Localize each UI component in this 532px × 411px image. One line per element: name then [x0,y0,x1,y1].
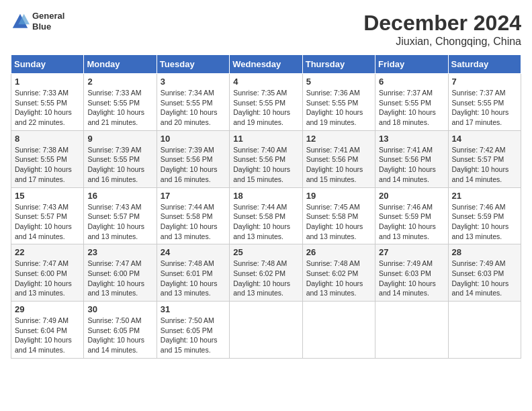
day-number: 4 [233,77,298,87]
calendar-cell: 25 Sunrise: 7:48 AMSunset: 6:02 PMDaylig… [230,244,302,302]
day-info: Sunrise: 7:48 AMSunset: 6:02 PMDaylight:… [306,259,371,298]
day-info: Sunrise: 7:48 AMSunset: 6:02 PMDaylight:… [233,259,298,298]
calendar-row: 15 Sunrise: 7:43 AMSunset: 5:57 PMDaylig… [11,187,521,244]
day-info: Sunrise: 7:50 AMSunset: 6:05 PMDaylight:… [87,316,152,355]
day-number: 8 [15,134,80,144]
logo-icon [11,12,30,31]
logo-line1: General [32,11,64,21]
day-number: 10 [161,134,226,144]
col-thursday: Thursday [302,55,375,74]
day-number: 20 [379,191,444,201]
day-info: Sunrise: 7:46 AMSunset: 5:59 PMDaylight:… [452,202,517,242]
calendar-cell: 11 Sunrise: 7:40 AMSunset: 5:56 PMDaylig… [230,130,302,187]
calendar-cell: 12 Sunrise: 7:41 AMSunset: 5:56 PMDaylig… [302,130,375,187]
day-info: Sunrise: 7:47 AMSunset: 6:00 PMDaylight:… [87,259,152,298]
day-number: 18 [233,191,298,201]
day-number: 15 [15,191,80,201]
calendar-cell: 24 Sunrise: 7:48 AMSunset: 6:01 PMDaylig… [157,244,229,302]
day-info: Sunrise: 7:33 AMSunset: 5:55 PMDaylight:… [87,88,152,128]
calendar-cell: 14 Sunrise: 7:42 AMSunset: 5:57 PMDaylig… [448,130,521,187]
day-number: 30 [87,304,152,314]
day-number: 28 [452,247,517,257]
month-title: December 2024 [363,11,521,36]
day-number: 22 [15,247,80,257]
day-info: Sunrise: 7:34 AMSunset: 5:55 PMDaylight:… [161,88,226,128]
day-number: 1 [15,77,80,87]
calendar-cell: 23 Sunrise: 7:47 AMSunset: 6:00 PMDaylig… [84,244,157,302]
day-info: Sunrise: 7:33 AMSunset: 5:55 PMDaylight:… [15,88,80,128]
calendar-cell: 29 Sunrise: 7:49 AMSunset: 6:04 PMDaylig… [11,302,84,359]
day-info: Sunrise: 7:50 AMSunset: 6:05 PMDaylight:… [161,316,226,355]
day-info: Sunrise: 7:43 AMSunset: 5:57 PMDaylight:… [15,202,80,242]
calendar-cell: 30 Sunrise: 7:50 AMSunset: 6:05 PMDaylig… [84,302,157,359]
calendar-cell: 22 Sunrise: 7:47 AMSunset: 6:00 PMDaylig… [11,244,84,302]
day-info: Sunrise: 7:49 AMSunset: 6:04 PMDaylight:… [15,316,80,355]
day-info: Sunrise: 7:37 AMSunset: 5:55 PMDaylight:… [452,88,517,128]
col-monday: Monday [84,55,157,74]
day-number: 14 [452,134,517,144]
day-info: Sunrise: 7:36 AMSunset: 5:55 PMDaylight:… [306,88,371,128]
col-saturday: Saturday [448,55,521,74]
day-info: Sunrise: 7:42 AMSunset: 5:57 PMDaylight:… [452,145,517,185]
logo: General Blue [11,11,64,32]
day-info: Sunrise: 7:44 AMSunset: 5:58 PMDaylight:… [161,202,226,242]
day-number: 3 [161,77,226,87]
day-info: Sunrise: 7:43 AMSunset: 5:57 PMDaylight:… [87,202,152,242]
calendar-cell: 16 Sunrise: 7:43 AMSunset: 5:57 PMDaylig… [84,187,157,244]
day-number: 5 [306,77,371,87]
day-number: 17 [161,191,226,201]
calendar-cell [448,302,521,359]
day-info: Sunrise: 7:39 AMSunset: 5:55 PMDaylight:… [87,145,152,185]
day-number: 9 [87,134,152,144]
day-number: 31 [161,304,226,314]
day-number: 25 [233,247,298,257]
day-info: Sunrise: 7:40 AMSunset: 5:56 PMDaylight:… [233,145,298,185]
col-friday: Friday [375,55,448,74]
day-number: 2 [87,77,152,87]
calendar-cell: 5 Sunrise: 7:36 AMSunset: 5:55 PMDayligh… [302,74,375,131]
calendar-cell: 28 Sunrise: 7:49 AMSunset: 6:03 PMDaylig… [448,244,521,302]
calendar-cell: 15 Sunrise: 7:43 AMSunset: 5:57 PMDaylig… [11,187,84,244]
day-info: Sunrise: 7:47 AMSunset: 6:00 PMDaylight:… [15,259,80,298]
day-info: Sunrise: 7:41 AMSunset: 5:56 PMDaylight:… [379,145,444,185]
day-info: Sunrise: 7:35 AMSunset: 5:55 PMDaylight:… [233,88,298,128]
day-number: 27 [379,247,444,257]
col-wednesday: Wednesday [230,55,302,74]
day-number: 23 [87,247,152,257]
calendar-row: 8 Sunrise: 7:38 AMSunset: 5:55 PMDayligh… [11,130,521,187]
day-number: 12 [306,134,371,144]
day-number: 11 [233,134,298,144]
day-number: 16 [87,191,152,201]
calendar-cell: 26 Sunrise: 7:48 AMSunset: 6:02 PMDaylig… [302,244,375,302]
day-info: Sunrise: 7:37 AMSunset: 5:55 PMDaylight:… [379,88,444,128]
calendar-cell: 13 Sunrise: 7:41 AMSunset: 5:56 PMDaylig… [375,130,448,187]
day-number: 29 [15,304,80,314]
calendar-cell: 8 Sunrise: 7:38 AMSunset: 5:55 PMDayligh… [11,130,84,187]
calendar-cell: 20 Sunrise: 7:46 AMSunset: 5:59 PMDaylig… [375,187,448,244]
day-info: Sunrise: 7:38 AMSunset: 5:55 PMDaylight:… [15,145,80,185]
calendar-cell: 19 Sunrise: 7:45 AMSunset: 5:58 PMDaylig… [302,187,375,244]
logo-text: General Blue [32,11,64,32]
calendar-row: 22 Sunrise: 7:47 AMSunset: 6:00 PMDaylig… [11,244,521,302]
col-sunday: Sunday [11,55,84,74]
calendar-row: 1 Sunrise: 7:33 AMSunset: 5:55 PMDayligh… [11,74,521,131]
day-number: 21 [452,191,517,201]
col-tuesday: Tuesday [157,55,229,74]
calendar-cell: 10 Sunrise: 7:39 AMSunset: 5:56 PMDaylig… [157,130,229,187]
calendar-cell: 9 Sunrise: 7:39 AMSunset: 5:55 PMDayligh… [84,130,157,187]
day-number: 13 [379,134,444,144]
day-info: Sunrise: 7:49 AMSunset: 6:03 PMDaylight:… [452,259,517,298]
logo-line2: Blue [32,21,64,32]
calendar-cell: 1 Sunrise: 7:33 AMSunset: 5:55 PMDayligh… [11,74,84,131]
day-info: Sunrise: 7:41 AMSunset: 5:56 PMDaylight:… [306,145,371,185]
day-info: Sunrise: 7:39 AMSunset: 5:56 PMDaylight:… [161,145,226,185]
day-number: 26 [306,247,371,257]
day-number: 7 [452,77,517,87]
calendar-cell: 4 Sunrise: 7:35 AMSunset: 5:55 PMDayligh… [230,74,302,131]
day-info: Sunrise: 7:46 AMSunset: 5:59 PMDaylight:… [379,202,444,242]
calendar-cell [375,302,448,359]
calendar-row: 29 Sunrise: 7:49 AMSunset: 6:04 PMDaylig… [11,302,521,359]
calendar-cell: 31 Sunrise: 7:50 AMSunset: 6:05 PMDaylig… [157,302,229,359]
calendar-cell: 18 Sunrise: 7:44 AMSunset: 5:58 PMDaylig… [230,187,302,244]
calendar-cell: 17 Sunrise: 7:44 AMSunset: 5:58 PMDaylig… [157,187,229,244]
